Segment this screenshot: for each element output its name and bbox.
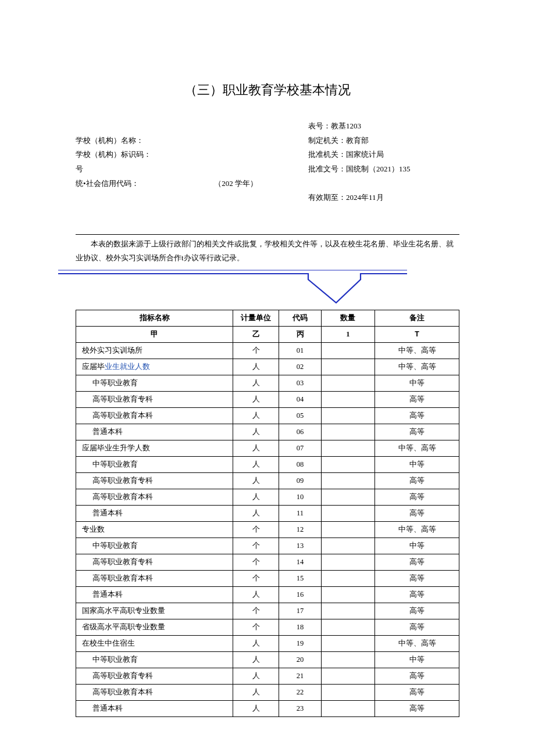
cell-unit: 个 (233, 570, 279, 586)
cell-unit: 人 (233, 472, 279, 489)
table-row: 高等职业教育本科个15高等 (76, 570, 459, 586)
data-table: 指标名称 计量单位 代码 数量 备注 甲 乙 丙 1 T 校外实习实训场所个01… (76, 310, 459, 717)
cell-qty[interactable] (321, 668, 374, 684)
cell-remark: 高等 (375, 424, 459, 440)
table-row: 高等职业教育本科人22高等 (76, 684, 459, 700)
table-row: 普通本科人16高等 (76, 586, 459, 603)
academic-year: （202 学年） (201, 177, 271, 192)
th-sub-code: 丙 (279, 326, 321, 342)
cell-qty[interactable] (321, 489, 374, 505)
cell-code: 20 (279, 651, 321, 668)
cell-unit: 个 (233, 619, 279, 635)
th-sub-qty: 1 (321, 326, 374, 342)
table-row: 高等职业教育专科人04高等 (76, 391, 459, 407)
table-row: 高等职业教育专科人09高等 (76, 472, 459, 489)
meta-block: 学校（机构）名称： 学校（机构）标识码： 号 统•社会信用代码： （202 学年… (76, 119, 459, 205)
th-qty: 数量 (321, 310, 374, 326)
cell-remark: 中等 (375, 456, 459, 472)
cell-code: 11 (279, 505, 321, 521)
cell-qty[interactable] (321, 684, 374, 700)
cell-remark: 高等 (375, 554, 459, 570)
cell-qty[interactable] (321, 407, 374, 424)
cell-qty[interactable] (321, 342, 374, 359)
cell-qty[interactable] (321, 586, 374, 603)
cell-qty[interactable] (321, 359, 374, 375)
th-sub-name: 甲 (76, 326, 233, 342)
cell-qty[interactable] (321, 538, 374, 554)
cell-qty[interactable] (321, 472, 374, 489)
cell-code: 08 (279, 456, 321, 472)
cell-code: 13 (279, 538, 321, 554)
cell-unit: 人 (233, 489, 279, 505)
cell-name: 高等职业教育专科 (76, 554, 233, 570)
cell-unit: 人 (233, 407, 279, 424)
table-row: 省级高水平高职专业数量个18高等 (76, 619, 459, 635)
cell-qty[interactable] (321, 505, 374, 521)
table-row: 普通本科人06高等 (76, 424, 459, 440)
cell-code: 03 (279, 375, 321, 391)
table-row: 中等职业教育人20中等 (76, 651, 459, 668)
cell-name: 高等职业教育本科 (76, 570, 233, 586)
cell-unit: 人 (233, 505, 279, 521)
approve-number: 批准文号：国统制（2021）135 (308, 162, 459, 177)
cell-qty[interactable] (321, 456, 374, 472)
cell-name: 中等职业教育 (76, 456, 233, 472)
issuer: 制定机关：教育部 (308, 134, 459, 148)
cell-qty[interactable] (321, 635, 374, 651)
cell-qty[interactable] (321, 521, 374, 538)
cell-qty[interactable] (321, 651, 374, 668)
cell-qty[interactable] (321, 603, 374, 619)
cell-code: 06 (279, 424, 321, 440)
table-row: 国家高水平高职专业数量个17高等 (76, 603, 459, 619)
table-row: 中等职业教育个13中等 (76, 538, 459, 554)
cell-unit: 个 (233, 521, 279, 538)
cell-unit: 个 (233, 342, 279, 359)
cell-remark: 中等、高等 (375, 635, 459, 651)
cell-qty[interactable] (321, 440, 374, 456)
approver: 批准机关：国家统计局 (308, 148, 459, 162)
cell-unit: 人 (233, 440, 279, 456)
cell-unit: 个 (233, 538, 279, 554)
cell-code: 17 (279, 603, 321, 619)
cell-unit: 人 (233, 651, 279, 668)
source-note: 本表的数据来源于上级行政部门的相关文件或批复，学校相关文件等，以及在校生花名册、… (76, 237, 459, 264)
cell-remark: 高等 (375, 603, 459, 619)
cell-name: 中等职业教育 (76, 651, 233, 668)
th-name: 指标名称 (76, 310, 233, 326)
cell-code: 19 (279, 635, 321, 651)
cell-qty[interactable] (321, 375, 374, 391)
cell-qty[interactable] (321, 700, 374, 716)
cell-remark: 中等 (375, 375, 459, 391)
cell-remark: 高等 (375, 489, 459, 505)
cell-remark: 中等、高等 (375, 342, 459, 359)
cell-unit: 人 (233, 456, 279, 472)
cell-qty[interactable] (321, 619, 374, 635)
cell-remark: 中等、高等 (375, 521, 459, 538)
cell-unit: 人 (233, 684, 279, 700)
table-body: 校外实习实训场所个01中等、高等应届毕业生就业人数人02中等、高等中等职业教育人… (76, 342, 459, 716)
cell-unit: 人 (233, 359, 279, 375)
cell-qty[interactable] (321, 424, 374, 440)
cell-unit: 人 (233, 586, 279, 603)
cell-unit: 人 (233, 375, 279, 391)
cell-remark: 中等、高等 (375, 440, 459, 456)
cell-code: 16 (279, 586, 321, 603)
cell-name: 专业数 (76, 521, 233, 538)
cell-qty[interactable] (321, 570, 374, 586)
table-row: 专业数个12中等、高等 (76, 521, 459, 538)
cell-name: 应届毕业生就业人数 (76, 359, 233, 375)
cell-code: 12 (279, 521, 321, 538)
cell-code: 04 (279, 391, 321, 407)
cell-qty[interactable] (321, 554, 374, 570)
cell-remark: 高等 (375, 391, 459, 407)
table-row: 中等职业教育人08中等 (76, 456, 459, 472)
cell-code: 05 (279, 407, 321, 424)
cell-unit: 人 (233, 424, 279, 440)
cell-qty[interactable] (321, 391, 374, 407)
table-header-row: 指标名称 计量单位 代码 数量 备注 (76, 310, 459, 326)
cell-name: 普通本科 (76, 700, 233, 716)
cell-name: 普通本科 (76, 586, 233, 603)
cell-unit: 个 (233, 603, 279, 619)
callout-shape (76, 269, 459, 310)
cell-remark: 中等、高等 (375, 359, 459, 375)
